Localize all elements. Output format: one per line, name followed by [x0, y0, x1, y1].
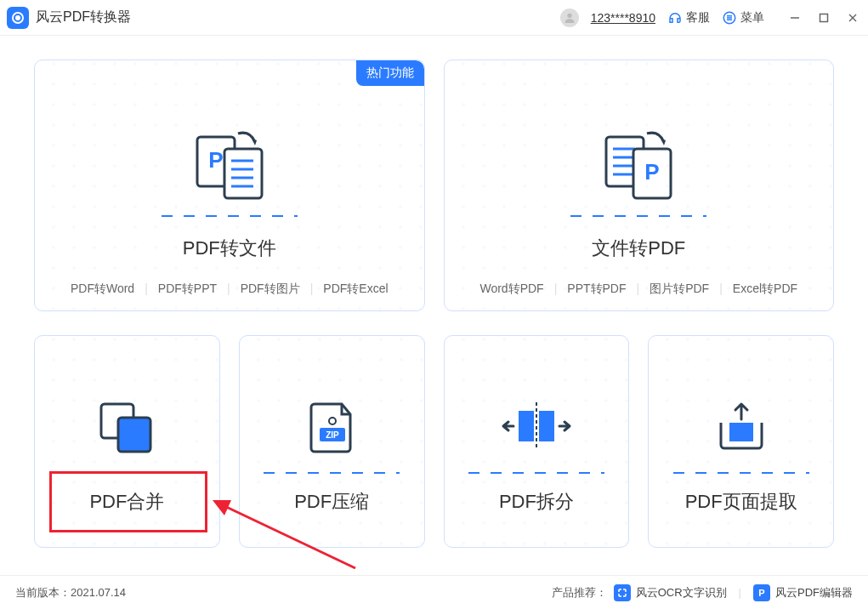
card-pdf-compress[interactable]: ZIP PDF压缩	[239, 335, 425, 548]
card-title: PDF拆分	[445, 489, 629, 515]
card-pdf-to-file[interactable]: 热门功能 P PDF转文件 PDF转Word| PDF转PPT|	[34, 60, 425, 311]
support-label: 客服	[686, 10, 710, 26]
card-pdf-extract[interactable]: PDF页面提取	[648, 335, 834, 548]
svg-rect-8	[224, 149, 262, 198]
sublink-pdf-to-ppt[interactable]: PDF转PPT	[148, 282, 227, 297]
divider	[468, 472, 604, 474]
version-value: 2021.07.14	[71, 586, 126, 599]
avatar-icon[interactable]	[560, 9, 579, 27]
sub-links: PDF转Word| PDF转PPT| PDF转图片| PDF转Excel	[35, 282, 424, 297]
menu-label: 菜单	[740, 10, 764, 26]
svg-text:P: P	[208, 147, 223, 173]
sublink-pdf-to-image[interactable]: PDF转图片	[230, 282, 310, 297]
close-button[interactable]	[846, 11, 859, 25]
editor-icon: P	[753, 584, 770, 601]
svg-rect-28	[539, 411, 554, 441]
divider	[59, 472, 195, 474]
svg-rect-3	[820, 14, 828, 21]
merge-icon	[35, 372, 219, 457]
app-title: 风云PDF转换器	[36, 9, 131, 26]
footer-link-editor[interactable]: P 风云PDF编辑器	[753, 584, 853, 601]
divider	[673, 472, 809, 474]
sublink-pdf-to-excel[interactable]: PDF转Excel	[313, 282, 398, 297]
sublink-word-to-pdf[interactable]: Word转PDF	[469, 282, 553, 297]
svg-rect-23	[118, 418, 150, 452]
sub-links: Word转PDF| PPT转PDF| 图片转PDF| Excel转PDF	[445, 282, 834, 297]
split-icon	[445, 372, 629, 457]
sublink-excel-to-pdf[interactable]: Excel转PDF	[723, 282, 808, 297]
support-button[interactable]: 客服	[667, 10, 710, 26]
divider	[264, 472, 400, 474]
headset-icon	[667, 10, 683, 26]
version-label: 当前版本：	[15, 585, 71, 600]
app-logo-icon	[7, 7, 29, 29]
menu-icon	[722, 10, 737, 26]
footer: 当前版本： 2021.07.14 产品推荐： 风云OCR文字识别 | P 风云P…	[0, 575, 868, 609]
divider	[570, 215, 706, 217]
compress-icon: ZIP	[240, 372, 424, 457]
card-pdf-split[interactable]: PDF拆分	[444, 335, 630, 548]
hot-badge: 热门功能	[356, 60, 424, 86]
footer-link-label: 风云OCR文字识别	[636, 585, 727, 600]
sublink-pdf-to-word[interactable]: PDF转Word	[60, 282, 145, 297]
file-to-pdf-icon: P	[445, 84, 834, 203]
svg-point-0	[567, 13, 571, 17]
card-pdf-merge[interactable]: PDF合并	[34, 335, 220, 548]
svg-rect-30	[729, 423, 753, 441]
extract-icon	[649, 372, 833, 457]
maximize-button[interactable]	[817, 11, 831, 25]
footer-link-ocr[interactable]: 风云OCR文字识别	[614, 584, 727, 601]
card-title: PDF转文件	[35, 236, 424, 261]
svg-rect-27	[519, 411, 534, 441]
recommend-label: 产品推荐：	[552, 585, 607, 600]
sublink-ppt-to-pdf[interactable]: PPT转PDF	[557, 282, 636, 297]
footer-link-label: 风云PDF编辑器	[775, 585, 853, 600]
ocr-icon	[614, 584, 631, 601]
card-title: PDF合并	[35, 489, 219, 515]
sublink-image-to-pdf[interactable]: 图片转PDF	[639, 282, 719, 297]
svg-marker-13	[252, 139, 257, 145]
svg-text:ZIP: ZIP	[326, 430, 339, 440]
pdf-to-file-icon: P	[35, 84, 424, 203]
card-title: PDF页面提取	[649, 489, 833, 515]
card-title: PDF压缩	[240, 489, 424, 515]
card-file-to-pdf[interactable]: P 文件转PDF Word转PDF| PPT转PDF| 图片转PDF| Exce…	[444, 60, 835, 311]
titlebar: 风云PDF转换器 123****8910 客服 菜单	[0, 0, 868, 36]
divider	[162, 215, 298, 217]
svg-text:P: P	[645, 159, 660, 185]
svg-marker-21	[661, 139, 666, 145]
username-link[interactable]: 123****8910	[591, 11, 655, 25]
menu-button[interactable]: 菜单	[722, 10, 764, 26]
card-title: 文件转PDF	[445, 236, 834, 261]
minimize-button[interactable]	[788, 11, 802, 25]
